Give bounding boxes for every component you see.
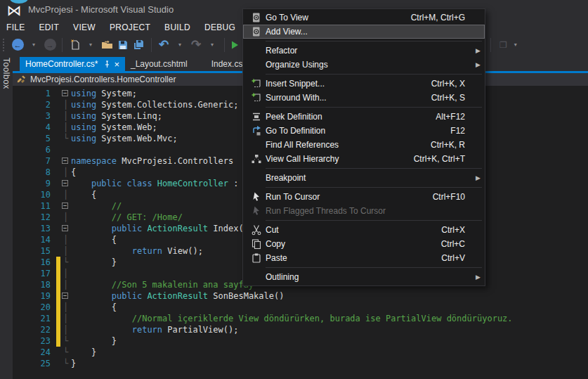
menubar-item-project[interactable]: PROJECT <box>103 20 157 34</box>
menubar-item-view[interactable]: VIEW <box>66 20 103 34</box>
toolbar-overflow-dropdown[interactable]: ▾ <box>513 41 518 48</box>
menu-item-view-call-hierarchy[interactable]: View Call HierarchyCtrl+K, Ctrl+T <box>243 152 485 166</box>
code-text: return PartialView(); <box>71 324 588 335</box>
snippet-icon <box>247 92 266 103</box>
save-button[interactable] <box>116 37 130 53</box>
tab-homecontroller-cs[interactable]: HomeController.cs*× <box>20 57 125 71</box>
undo-button[interactable]: ↶ <box>157 37 171 53</box>
fold-guide: └ <box>60 358 71 369</box>
toolbar-separator <box>490 38 491 52</box>
line-number: 10 <box>13 189 56 200</box>
menu-item-refactor[interactable]: Refactor▶ <box>243 44 485 58</box>
fold-marker[interactable]: − <box>60 200 71 212</box>
menu-item-add-view[interactable]: Add View... <box>243 25 485 39</box>
hierarchy-icon <box>247 153 266 165</box>
submenu-arrow-icon: ▶ <box>473 274 481 281</box>
close-tab-icon[interactable]: × <box>114 60 119 68</box>
fold-marker[interactable]: − <box>60 88 71 99</box>
open-folder-icon <box>100 39 114 51</box>
code-line-23[interactable]: 23└ } <box>13 335 588 347</box>
undo-icon: ↶ <box>159 39 169 51</box>
class-icon <box>17 75 27 84</box>
code-line-24[interactable]: 24└ } <box>13 347 588 358</box>
undo-dropdown[interactable]: ▾ <box>173 37 187 53</box>
menu-item-insert-snippet[interactable]: Insert Snippet...Ctrl+K, X <box>243 77 485 91</box>
toolbar-grip-handle[interactable] <box>3 39 6 51</box>
menu-item-shortcut: Ctrl+C <box>441 239 473 249</box>
menu-separator <box>266 107 482 108</box>
code-line-25[interactable]: 25└} <box>13 358 588 369</box>
menu-item-find-all-references[interactable]: Find All ReferencesCtrl+K, R <box>243 138 485 152</box>
pin-icon[interactable] <box>102 60 110 68</box>
fold-marker[interactable]: − <box>60 178 71 189</box>
tab-layout-cshtml[interactable]: _Layout.cshtml <box>125 57 193 71</box>
menu-item-outlining[interactable]: Outlining▶ <box>243 270 485 284</box>
menu-item-paste[interactable]: PasteCtrl+V <box>243 251 485 265</box>
forward-arrow-icon: → <box>44 39 56 51</box>
save-all-button[interactable] <box>132 37 146 53</box>
new-file-button[interactable] <box>67 37 81 53</box>
menu-item-shortcut: Ctrl+V <box>441 253 473 263</box>
menu-item-label: Paste <box>266 253 441 263</box>
code-line-21[interactable]: 21│ //Normal içeriklerde View döndürürke… <box>13 313 588 324</box>
menu-item-label: Run To Cursor <box>266 192 433 202</box>
peek-icon <box>247 111 266 122</box>
menu-item-breakpoint[interactable]: Breakpoint▶ <box>243 171 485 185</box>
fold-guide: │ <box>60 245 71 257</box>
code-line-20[interactable]: 20│ { <box>13 302 588 313</box>
redo-button[interactable]: ↷ <box>189 37 203 53</box>
cursor-icon <box>247 191 266 203</box>
line-number: 22 <box>13 324 56 335</box>
disabled-toolbar-icon: ❐ <box>499 40 507 50</box>
navigate-back-button[interactable]: ← <box>11 37 25 53</box>
line-number: 23 <box>13 335 56 347</box>
menu-item-cut[interactable]: CutCtrl+X <box>243 223 485 237</box>
menu-item-label: Insert Snippet... <box>266 79 431 89</box>
menu-item-organize-usings[interactable]: Organize Usings▶ <box>243 58 485 72</box>
toolbar-separator <box>151 38 152 52</box>
toolbox-tab[interactable]: Toolbox <box>0 55 13 92</box>
menu-item-label: Find All References <box>266 140 431 150</box>
fold-guide: │ <box>60 279 71 290</box>
fold-marker[interactable]: − <box>60 290 71 302</box>
navigate-forward-button[interactable]: → <box>43 37 57 53</box>
menu-item-run-to-cursor[interactable]: Run To CursorCtrl+F10 <box>243 190 485 204</box>
view-page-icon <box>247 26 266 37</box>
fold-guide: │ <box>60 313 71 324</box>
code-text: public ActionResult SonBesMakale() <box>71 290 588 302</box>
new-file-dropdown[interactable]: ▾ <box>84 37 98 53</box>
menu-item-go-to-view[interactable]: Go To ViewCtrl+M, Ctrl+G <box>243 11 485 25</box>
line-number: 1 <box>13 88 56 99</box>
menu-item-label: Go To Definition <box>266 126 450 136</box>
fold-guide: └ <box>60 257 71 268</box>
menu-item-surround-with[interactable]: Surround With...Ctrl+K, S <box>243 91 485 105</box>
fold-guide: │ <box>60 302 71 313</box>
menu-item-peek-definition[interactable]: Peek DefinitionAlt+F12 <box>243 110 485 124</box>
new-file-icon <box>69 39 81 51</box>
open-file-button[interactable] <box>100 37 114 53</box>
menubar-item-edit[interactable]: EDIT <box>32 20 67 34</box>
context-menu: Go To ViewCtrl+M, Ctrl+GAdd View...Refac… <box>242 8 485 286</box>
code-text: //Normal içeriklerde View döndürürken, b… <box>71 313 588 324</box>
fold-marker[interactable]: − <box>60 223 71 234</box>
navigate-back-dropdown[interactable]: ▾ <box>27 37 41 53</box>
cut-icon <box>247 224 266 236</box>
menubar-item-build[interactable]: BUILD <box>157 20 197 34</box>
line-number: 25 <box>13 358 56 369</box>
line-number: 14 <box>13 234 56 245</box>
menubar-item-file[interactable]: FILE <box>0 20 32 34</box>
menu-item-label: Refactor <box>266 46 473 56</box>
menu-item-shortcut: Ctrl+M, Ctrl+G <box>411 13 473 23</box>
menubar-item-debug[interactable]: DEBUG <box>197 20 242 34</box>
fold-guide: └ <box>60 347 71 358</box>
code-text: { <box>71 302 588 313</box>
submenu-arrow-icon: ▶ <box>473 61 481 68</box>
menu-item-copy[interactable]: CopyCtrl+C <box>243 237 485 251</box>
view-page-icon <box>247 12 266 23</box>
submenu-arrow-icon: ▶ <box>473 47 481 54</box>
menu-item-go-to-definition[interactable]: Go To DefinitionF12 <box>243 124 485 138</box>
code-line-22[interactable]: 22│ return PartialView(); <box>13 324 588 335</box>
redo-dropdown[interactable]: ▾ <box>205 37 219 53</box>
fold-marker[interactable]: − <box>60 155 71 167</box>
code-line-19[interactable]: 19− public ActionResult SonBesMakale() <box>13 290 588 302</box>
